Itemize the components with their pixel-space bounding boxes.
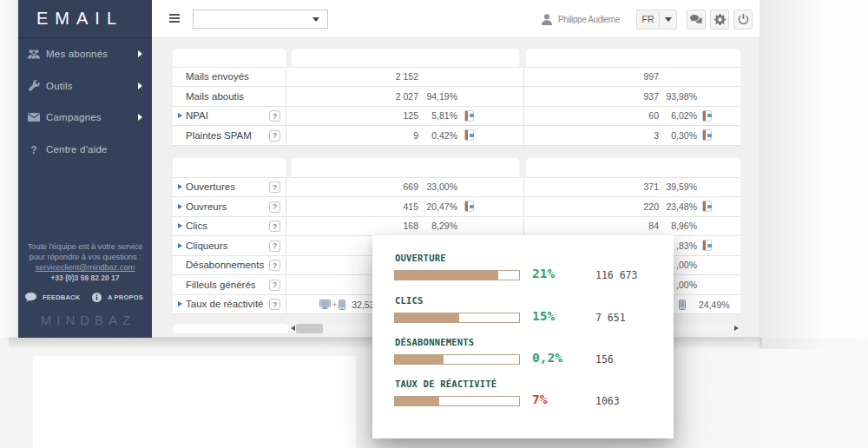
contact-phone: +33 (0)3 59 82 20 17 xyxy=(18,273,152,283)
campaign-divider-cell xyxy=(483,178,524,197)
logout-button[interactable] xyxy=(733,10,753,30)
row-filler-cell xyxy=(723,217,740,236)
campaign2-percent: 8,96% xyxy=(659,217,697,236)
stat-value: 156 xyxy=(595,353,614,366)
row-label: Plaintes SPAM xyxy=(186,130,252,141)
expand-icon[interactable] xyxy=(178,243,182,248)
stat-label: DÉSABONNEMENTS xyxy=(395,337,474,347)
help-icon[interactable]: ? xyxy=(269,201,280,213)
help-icon[interactable]: ? xyxy=(269,130,280,142)
help-icon[interactable]: ? xyxy=(269,280,280,291)
scroll-right-icon[interactable] xyxy=(734,326,739,331)
row-filler-cell xyxy=(723,87,740,106)
help-icon[interactable]: ? xyxy=(269,221,280,232)
stat-percent: 15% xyxy=(532,309,555,323)
stat-bar xyxy=(394,396,520,406)
language-button[interactable]: FR xyxy=(636,10,659,30)
sidebar-item-centre-d-aide[interactable]: ? Centre d'aide xyxy=(18,134,152,166)
stats-book-icon[interactable] xyxy=(702,110,712,122)
submenu-arrow-icon xyxy=(138,50,142,57)
help-icon[interactable]: ? xyxy=(269,240,280,252)
help-icon[interactable]: ? xyxy=(269,260,280,271)
contact-email-link[interactable]: serviceclient@mindbaz.com xyxy=(36,262,135,272)
stats-book-icon[interactable] xyxy=(464,201,474,212)
user-menu[interactable]: Philippe Audierne xyxy=(542,0,620,38)
envelope-icon xyxy=(24,113,43,122)
sidebar-footer: FEEDBACK A PROPOS xyxy=(18,293,152,305)
sidebar-item-mes-abonn-s[interactable]: Mes abonnés xyxy=(18,38,152,70)
expand-icon[interactable] xyxy=(178,301,182,306)
header-cell-label xyxy=(173,158,286,178)
brand-logo: EMAIL xyxy=(36,9,134,29)
campaign1-value: 9 xyxy=(286,126,418,145)
chat-button[interactable] xyxy=(687,10,706,30)
campaign1-percent: 5,81% xyxy=(418,107,457,126)
sidebar-item-campagnes[interactable]: Campagnes xyxy=(18,102,152,134)
expand-icon[interactable] xyxy=(178,184,182,189)
header-cell-campaign2 xyxy=(526,158,740,178)
table-row-ouvreurs: Ouvreurs ? 415 20,47% 220 23,48% xyxy=(173,197,740,217)
help-icon[interactable]: ? xyxy=(269,181,280,193)
stats-book-icon[interactable] xyxy=(702,201,712,212)
campaign2-percent: 6,02% xyxy=(659,107,697,126)
stat-label: CLICS xyxy=(395,295,424,306)
chevron-down-icon xyxy=(665,17,672,22)
header-cell-campaign1 xyxy=(292,158,519,178)
left-shadow xyxy=(0,0,18,339)
row-label: Ouvreurs xyxy=(186,201,227,212)
help-icon: ? xyxy=(24,142,43,157)
table-row-npai: NPAI ? 125 5,81% 60 6,02% xyxy=(173,107,740,127)
hamburger-menu-icon[interactable] xyxy=(169,14,180,24)
stat-label: OUVERTURE xyxy=(395,253,446,263)
settings-button[interactable] xyxy=(710,10,729,30)
table-header-band xyxy=(173,158,740,178)
expand-icon[interactable] xyxy=(178,113,182,118)
sidebar-item-outils[interactable]: Outils xyxy=(18,70,152,102)
row-label: Mails envoyés xyxy=(186,71,249,82)
table-row-ouvertures: Ouvertures ? 669 33,00% 371 39,59% xyxy=(173,178,740,198)
scrollbar-thumb[interactable] xyxy=(296,324,323,333)
mobile-icon xyxy=(339,300,345,310)
campaign-divider-cell xyxy=(483,107,524,126)
campaign2-book-cell xyxy=(697,236,723,255)
stats-book-icon[interactable] xyxy=(464,110,474,122)
header-cell-label xyxy=(173,49,286,68)
campaign-divider-cell xyxy=(483,217,524,236)
campaign-divider-cell xyxy=(483,87,524,106)
language-dropdown-button[interactable] xyxy=(659,10,677,30)
campaign2-value: 220 xyxy=(524,197,659,216)
expand-icon[interactable] xyxy=(178,204,182,209)
campaign2-percent: 0,30% xyxy=(659,126,697,145)
sidebar-nav: Mes abonnés Outils Campagnes ? Centre d'… xyxy=(18,38,152,165)
campaign2-percent: 39,59% xyxy=(659,178,697,197)
scroll-left-icon[interactable] xyxy=(291,326,295,331)
campaign2-book-cell xyxy=(697,178,723,197)
apropos-button[interactable]: A PROPOS xyxy=(92,293,143,302)
campaign1-book-cell xyxy=(457,197,483,216)
speech-bubble-icon xyxy=(25,293,36,302)
right-shadow xyxy=(760,0,855,349)
stat-label: TAUX DE RÉACTIVITÉ xyxy=(395,379,496,389)
stats-book-icon[interactable] xyxy=(702,129,712,141)
help-icon[interactable]: ? xyxy=(269,299,280,310)
help-icon[interactable]: ? xyxy=(269,110,280,122)
stat-bar-fill xyxy=(395,271,498,280)
campaign2-percent: 23,48% xyxy=(659,197,697,216)
campaign1-value: 125 xyxy=(286,107,418,126)
campaign-select[interactable] xyxy=(193,10,328,29)
campaign2-value: 84 xyxy=(524,217,659,236)
apropos-label: A PROPOS xyxy=(108,293,143,301)
expand-icon[interactable] xyxy=(178,223,182,228)
stats-book-icon[interactable] xyxy=(702,240,712,251)
campaign1-value: 2 152 xyxy=(286,68,418,87)
stat-value: 116 673 xyxy=(595,269,637,281)
row-filler-cell xyxy=(723,275,740,294)
campaign1-book-cell xyxy=(457,107,483,126)
topbar: Philippe Audierne FR xyxy=(152,0,760,38)
stats-book-icon[interactable] xyxy=(464,129,474,141)
stat-bar-fill xyxy=(395,313,459,322)
campaign2-book-cell xyxy=(697,107,723,126)
row-filler-cell xyxy=(723,126,740,145)
row-label: Clics xyxy=(186,221,207,231)
feedback-button[interactable]: FEEDBACK xyxy=(25,293,80,302)
